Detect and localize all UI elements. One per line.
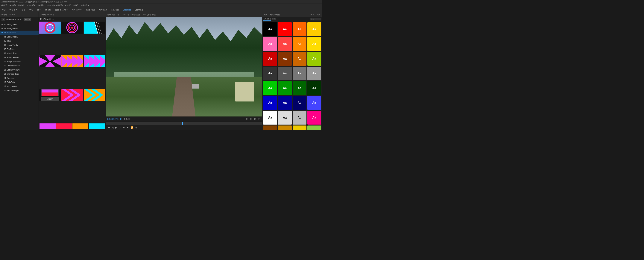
style-item-27[interactable]: Aa	[307, 110, 322, 125]
menu-graphics[interactable]: 그래픽 및 타이틀(G)	[46, 4, 62, 7]
preview-timeline-bar[interactable]	[106, 122, 262, 125]
thumb-item-9[interactable]	[84, 89, 105, 122]
stop-button[interactable]: ⏹	[126, 126, 129, 129]
thumb-item-5[interactable]	[61, 55, 83, 88]
style-item-21[interactable]: Aa	[278, 96, 292, 110]
style-item-12[interactable]: Aa	[263, 66, 277, 81]
style-item-30[interactable]: Aa	[292, 125, 307, 130]
tab-plugin[interactable]: 플러그인 사용	[107, 13, 119, 16]
style-item-29[interactable]: Aa	[278, 125, 292, 130]
sidebar-item-gradients[interactable]: 14. Gradients	[0, 76, 38, 80]
style-item-26[interactable]: Aa	[292, 110, 307, 125]
sidebar-item-typography[interactable]: 01. Typography	[0, 22, 38, 27]
workspace-audio[interactable]: 오디오	[45, 8, 51, 11]
style-item-17[interactable]: Aa	[278, 81, 292, 95]
style-item-3[interactable]: Aa	[307, 22, 322, 36]
style-search-input[interactable]	[310, 18, 321, 21]
workspace-graphics[interactable]: Graphics	[122, 9, 131, 11]
workspace-production[interactable]: 프로덕션	[111, 8, 119, 11]
play-button[interactable]: ▶	[115, 126, 118, 129]
step-back-button[interactable]: ⏮	[107, 126, 110, 129]
thumb-item-6[interactable]	[84, 55, 105, 88]
menu-sequence[interactable]: 시퀀스(S)	[26, 4, 35, 7]
style-item-10[interactable]: Aa	[292, 52, 307, 66]
sidebar-item-kinetic-titles[interactable]: 08. Kinetic Titles	[0, 51, 38, 55]
workspace-effects[interactable]: 효과	[37, 8, 41, 11]
thumb-item-8[interactable]	[61, 89, 83, 122]
style-item-31[interactable]: Aa	[307, 125, 322, 130]
style-item-8[interactable]: Aa	[263, 52, 277, 66]
style-item-13[interactable]: Aa	[278, 66, 292, 81]
style-item-19[interactable]: Aa	[307, 81, 322, 95]
sidebar-item-transitions[interactable]: 03. Transitions	[0, 31, 38, 35]
style-item-15[interactable]: Aa	[307, 66, 322, 81]
workspace-metalog[interactable]: 메타로그	[99, 8, 107, 11]
style-item-14[interactable]: Aa	[292, 66, 307, 81]
menu-view[interactable]: 보기(V)	[65, 4, 71, 7]
workspace-learn[interactable]: 학습	[2, 8, 6, 11]
next-frame-button[interactable]: ▷	[118, 126, 121, 129]
sidebar-item-glitch-elements[interactable]: 11. Glitch Elements	[0, 64, 38, 68]
prev-frame-button[interactable]: ◁	[112, 126, 114, 129]
thumb-item-1[interactable]	[39, 21, 61, 55]
style-item-4[interactable]: Aa	[263, 37, 277, 51]
style-item-20[interactable]: Aa	[263, 96, 277, 110]
tab-edit[interactable]: 편집	[272, 18, 276, 21]
style-item-1[interactable]: Aa	[278, 22, 292, 36]
tab-source[interactable]: 소스 (클립 없음)	[143, 13, 156, 16]
workspace-learning[interactable]: Learning	[134, 9, 143, 11]
thumb-item-apply[interactable]: Apply	[39, 89, 61, 122]
sidebar-item-social-media[interactable]: 04. Social Media	[0, 35, 38, 39]
thumb-item-2[interactable]	[61, 21, 83, 55]
step-forward-button[interactable]: ⏭	[122, 126, 125, 129]
style-item-7[interactable]: Aa	[307, 37, 322, 51]
sidebar-item-titles[interactable]: 05. Titles	[0, 39, 38, 43]
sidebar-item-text-messages[interactable]: 17. Text Messages	[0, 88, 38, 92]
sidebar-item-call-outs[interactable]: 15. Call-Outs	[0, 80, 38, 84]
style-item-6[interactable]: Aa	[292, 37, 307, 51]
menu-marker[interactable]: 마커(M)	[37, 4, 44, 7]
menu-help[interactable]: 도움말(H)	[80, 4, 89, 7]
timeline-playhead[interactable]	[182, 122, 183, 125]
tab-browse[interactable]: 찾아보기	[264, 18, 271, 21]
style-item-28[interactable]: Aa	[263, 125, 277, 130]
style-item-9[interactable]: Aa	[278, 52, 292, 66]
apply-button[interactable]: Apply	[41, 97, 58, 101]
style-item-11[interactable]: Aa	[307, 52, 322, 66]
style-item-23[interactable]: Aa	[307, 96, 322, 110]
sidebar-item-glitch-overlays[interactable]: 12. Glitch Overlays	[0, 68, 38, 72]
workspace-all-panels[interactable]: 모든 패널	[86, 8, 95, 11]
tab-program[interactable]: 프로그램: (제목 없음)	[122, 13, 140, 16]
video-content	[106, 17, 262, 116]
style-item-5[interactable]: Aa	[278, 37, 292, 51]
sidebar-item-interface-items[interactable]: 13. Interface Items	[0, 72, 38, 76]
workspace-captions[interactable]: 캡션 및 그래픽	[55, 8, 68, 11]
style-item-25[interactable]: Aa	[278, 110, 292, 125]
fit-label[interactable]: 맞추기	[124, 118, 130, 121]
menu-window[interactable]: 창(W)	[74, 4, 78, 7]
sidebar-item-shape-elements[interactable]: 10. Shape Elements	[0, 59, 38, 64]
sidebar-item-infographics[interactable]: 16. Infographics	[0, 84, 38, 88]
workspace-color[interactable]: 색상	[29, 8, 33, 11]
workspace-library[interactable]: 라이브러리	[72, 8, 82, 11]
style-item-2[interactable]: Aa	[292, 22, 307, 36]
menu-clip[interactable]: 클립(C)	[18, 4, 24, 7]
style-item-0[interactable]: Aa	[263, 22, 277, 36]
sidebar-item-lower-thirds[interactable]: 06. Lower Thirds	[0, 43, 38, 47]
store-button[interactable]: Store	[24, 18, 31, 21]
style-item-18[interactable]: Aa	[292, 81, 307, 95]
workspace-edit[interactable]: 편집	[21, 8, 26, 11]
thumb-item-3[interactable]	[84, 21, 105, 55]
loop-button[interactable]: 🔁	[130, 126, 134, 129]
sidebar-item-kinetic-posters[interactable]: 09. Kinetic Posters	[0, 55, 38, 59]
style-item-22[interactable]: Aa	[292, 96, 307, 110]
style-item-24[interactable]: Aa	[263, 110, 277, 125]
style-item-16[interactable]: Aa	[263, 81, 277, 95]
thumb-item-4[interactable]	[39, 55, 61, 88]
menu-file[interactable]: 파일(F)	[1, 4, 7, 7]
menu-edit[interactable]: 편집(E)	[10, 4, 16, 7]
workspace-assembly[interactable]: 어셈블리	[9, 8, 18, 11]
sidebar-item-big-titles[interactable]: 07. Big Titles	[0, 47, 38, 51]
add-marker-button[interactable]: ◈	[135, 126, 138, 129]
sidebar-item-backgrounds[interactable]: 02. Backgrounds	[0, 27, 38, 31]
